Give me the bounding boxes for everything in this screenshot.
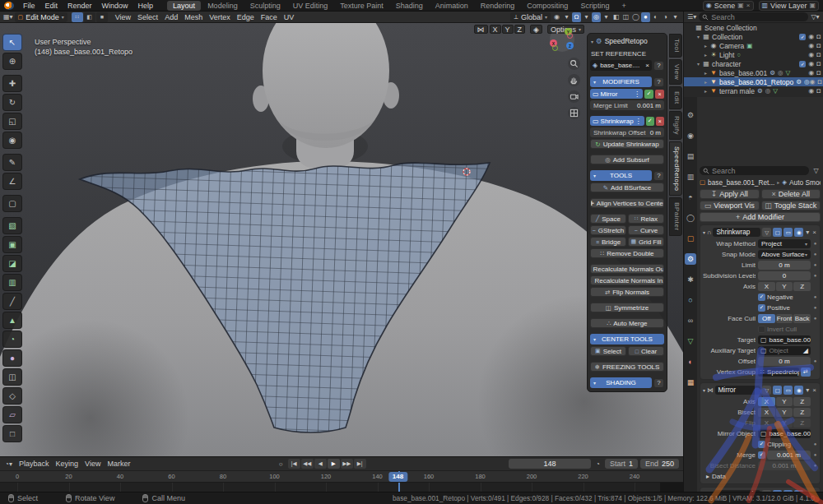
frame-start-field[interactable]: Start 1 xyxy=(605,459,638,469)
viewport-menu-select[interactable]: Select xyxy=(134,13,161,21)
tool-loop-cut[interactable]: ▥ xyxy=(2,274,22,291)
hide-viewport-icon[interactable]: ◉ xyxy=(808,42,814,49)
snap-target-icon[interactable]: ◈ xyxy=(530,25,542,34)
collapse-icon[interactable]: ▾ xyxy=(695,34,702,39)
negative-checkbox[interactable]: ✓ xyxy=(758,294,765,301)
tool-spin[interactable]: ◔ xyxy=(2,331,22,348)
properties-tab-constraints[interactable]: ∞ xyxy=(685,315,696,326)
mirror-axis-x-button[interactable]: X xyxy=(490,25,501,34)
animate-dot-icon[interactable]: ● xyxy=(813,262,817,267)
expand-icon[interactable]: ▸ xyxy=(702,70,709,76)
transform-orientation[interactable]: ⊥ Global ▾ xyxy=(510,12,551,22)
recalculate-normals-in-button[interactable]: ←Recalculate Normals In... xyxy=(590,275,664,285)
shrinkwrap-header[interactable]: ▾ ∩ Shrinkwrap ▽ ▢ ▭ ◉ ▾ × xyxy=(703,227,817,238)
remove-double-button[interactable]: ∷Remove Double xyxy=(590,248,664,258)
properties-tab-physics[interactable]: ○ xyxy=(685,294,696,306)
animate-dot-icon[interactable]: ● xyxy=(813,358,817,363)
freezing-tools-button[interactable]: ❄FREEZING TOOLS xyxy=(590,362,664,372)
properties-tab-material[interactable]: ◐ xyxy=(685,356,696,368)
play-button[interactable]: ▶ xyxy=(328,459,340,469)
pan-hand-icon[interactable] xyxy=(568,74,580,86)
tool-tweak-select[interactable]: ↖ xyxy=(2,34,22,51)
menu-file[interactable]: File xyxy=(18,1,40,11)
workspace-tab-layout[interactable]: Layout xyxy=(167,1,201,11)
collapse-icon[interactable]: ▾ xyxy=(703,387,705,393)
tool-extrude-region[interactable]: ▧ xyxy=(2,217,22,234)
workspace-tab-compositing[interactable]: Compositing xyxy=(521,1,574,11)
section-header-tools[interactable]: ▾TOOLS xyxy=(590,170,652,181)
properties-tab-render[interactable]: ◉ xyxy=(685,130,696,141)
mirror-object-object-field[interactable]: ▢base_base.001× xyxy=(758,429,811,438)
timeline-track[interactable] xyxy=(0,482,683,492)
timeline-menu-keying[interactable]: Keying xyxy=(53,460,82,468)
viewport-menu-vertex[interactable]: Vertex xyxy=(206,13,234,21)
sidebar-tab-bpainter[interactable]: BPainter xyxy=(669,197,682,236)
expand-icon[interactable]: ▸ xyxy=(702,52,709,58)
axis-y-button[interactable]: Y xyxy=(776,397,793,406)
add-subsurf-button[interactable]: ◎Add Subsurf xyxy=(590,155,664,164)
blender-logo-icon[interactable] xyxy=(4,2,14,10)
close-icon[interactable]: × xyxy=(811,229,817,236)
viewport-display-toggle[interactable]: ▭ xyxy=(783,228,793,237)
editor-type-icon[interactable]: ▦▾ xyxy=(3,12,13,22)
flip-z-button[interactable]: Z xyxy=(793,418,811,428)
bridge-button[interactable]: ≡Bridge xyxy=(590,237,626,247)
outliner-row-light[interactable]: ▸☀Light○◉◘ xyxy=(684,50,823,59)
animate-dot-icon[interactable]: ● xyxy=(813,252,817,257)
breadcrumb-object[interactable]: base_base.001_Ret... xyxy=(708,178,774,187)
properties-tab-object[interactable]: ▢ xyxy=(685,233,696,244)
proportional-dropdown-icon[interactable]: ▾ xyxy=(602,12,611,22)
merge-checkbox[interactable]: ✓ xyxy=(758,451,765,459)
animate-dot-icon[interactable]: ● xyxy=(813,305,817,310)
toggle-stack-button[interactable]: ◫Toggle Stack xyxy=(761,201,821,210)
animate-dot-icon[interactable]: ● xyxy=(813,316,817,321)
mirror-axis-z-button[interactable]: Z xyxy=(514,25,526,34)
bisect-y-button[interactable]: Y xyxy=(776,408,793,417)
modifier-name-field[interactable]: Shrinkwrap xyxy=(713,228,760,237)
workspace-tab-modeling[interactable]: Modeling xyxy=(202,1,244,11)
subdivision-levels-value[interactable]: 0 xyxy=(758,271,811,280)
workspace-tab-uv-editing[interactable]: UV Editing xyxy=(287,1,334,11)
properties-tab-particles[interactable]: ✱ xyxy=(685,274,696,285)
eyedropper-icon[interactable]: ◢ xyxy=(803,347,808,354)
snap-mode-dropdown[interactable]: Above Surface▾ xyxy=(758,250,811,259)
bisect-z-button[interactable]: Z xyxy=(793,408,811,417)
extras-dropdown-icon[interactable]: ▾ xyxy=(805,229,810,236)
workspace-tab-shading[interactable]: Shading xyxy=(390,1,429,11)
viewport-menu-view[interactable]: View xyxy=(112,13,134,21)
close-icon[interactable]: × xyxy=(811,386,817,394)
viewport-display-toggle[interactable]: ▭ xyxy=(783,386,793,395)
curve-button[interactable]: ~Curve xyxy=(628,225,664,235)
viewport-vis-button[interactable]: ▭Viewport Vis xyxy=(700,201,760,210)
invert-cull-checkbox[interactable] xyxy=(758,326,765,333)
editor-type-icon[interactable]: ◔▾ xyxy=(4,459,13,469)
tool-move[interactable]: ✚ xyxy=(2,75,22,92)
expand-icon[interactable]: ▸ xyxy=(702,43,709,49)
pivot-dropdown-icon[interactable]: ▾ xyxy=(562,12,571,22)
current-frame-field[interactable]: 148 xyxy=(509,459,591,469)
expand-icon[interactable]: ▸ xyxy=(706,473,709,480)
animate-dot-icon[interactable]: ● xyxy=(813,294,817,299)
sidebar-tab-edit[interactable]: Edit xyxy=(669,86,682,109)
flip-x-button[interactable]: X xyxy=(758,418,775,428)
sidebar-tab-rigify[interactable]: Rigify xyxy=(669,111,682,140)
tool-smooth[interactable]: ● xyxy=(2,349,22,367)
animate-dot-icon[interactable]: ● xyxy=(813,463,817,468)
apply-mirror-button[interactable]: ✓ xyxy=(644,90,653,99)
tool-transform[interactable]: ◉ xyxy=(2,132,22,149)
navigation-gizmo[interactable]: X Y Z xyxy=(550,27,574,52)
properties-tab-view-layer[interactable]: ▥ xyxy=(685,171,696,183)
outliner-row-base-base-001[interactable]: ▸▼base_base.001⚙◎▽◉◘ xyxy=(684,68,823,77)
timeline-menu-marker[interactable]: Marker xyxy=(104,460,133,468)
face-cull-back-button[interactable]: Back xyxy=(793,314,811,323)
workspace-tab-sculpting[interactable]: Sculpting xyxy=(244,1,286,11)
viewport-menu-mesh[interactable]: Mesh xyxy=(181,13,206,21)
disable-render-icon[interactable]: ◘ xyxy=(816,42,821,49)
properties-tab-object-data[interactable]: ▽ xyxy=(685,335,696,347)
shrinkwrap-modifier-row[interactable]: ▭Shrinkwrap⋮ xyxy=(590,116,644,126)
tool-cursor[interactable]: ⊕ xyxy=(2,53,22,70)
help-button[interactable]: ? xyxy=(653,77,664,87)
render-display-toggle[interactable]: ◉ xyxy=(794,386,803,395)
tool-measure[interactable]: ∠ xyxy=(2,173,22,190)
face-cull-off-button[interactable]: Off xyxy=(758,314,775,323)
